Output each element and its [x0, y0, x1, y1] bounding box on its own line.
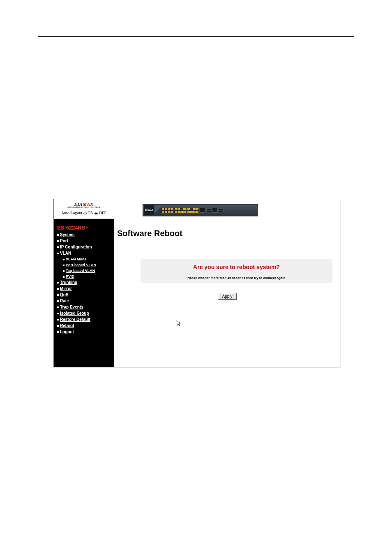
nav-system[interactable]: System	[57, 232, 114, 238]
nav-qos[interactable]: QoS	[57, 292, 114, 298]
sidebar-nav: System Port IP Configuration VLAN VLAN M…	[54, 232, 114, 335]
bullet-icon	[63, 276, 65, 278]
nav-ip-configuration[interactable]: IP Configuration	[57, 244, 114, 250]
auto-logout-radio-off[interactable]	[95, 212, 98, 215]
nav-trap-events[interactable]: Trap Events	[57, 304, 114, 310]
uplink-slot-4	[219, 209, 224, 212]
port-block-1	[161, 208, 173, 213]
apply-button-wrap: Apply	[114, 292, 341, 300]
switch-device-graphic: EDIMAX	[143, 204, 258, 216]
bullet-icon	[57, 331, 59, 333]
bullet-icon	[57, 307, 59, 308]
bullet-icon	[57, 288, 59, 290]
nav-isolated-group[interactable]: Isolated Group	[57, 310, 114, 316]
bullet-icon	[63, 270, 65, 272]
apply-button[interactable]: Apply	[218, 293, 236, 300]
switch-angle-decoration	[155, 205, 161, 215]
logo-subtitle: NETWORKING PEOPLE TOGETHER	[54, 206, 114, 208]
bullet-icon	[57, 325, 59, 327]
nav-rate[interactable]: Rate	[57, 298, 114, 304]
nav-vlan[interactable]: VLAN	[57, 250, 114, 256]
port-block-2	[174, 208, 186, 213]
bullet-icon	[57, 253, 59, 254]
uplink-slot-2	[206, 209, 211, 212]
nav-tag-based-vlan[interactable]: Tag-based VLAN	[63, 268, 114, 274]
nav-logout[interactable]: Logout	[57, 329, 114, 335]
uplink-slot-1	[200, 208, 205, 213]
nav-vlan-mode[interactable]: VLAN Mode	[63, 256, 114, 262]
sidebar-header: EDIMAX NETWORKING PEOPLE TOGETHER Auto L…	[54, 199, 114, 219]
router-admin-screenshot: EDIMAX NETWORKING PEOPLE TOGETHER Auto L…	[53, 199, 341, 367]
device-model: ES-5224RS+	[54, 219, 114, 232]
bullet-icon	[63, 265, 65, 266]
port-block-3	[187, 208, 199, 213]
main-content: EDIMAX Software Reboot	[114, 199, 341, 367]
nav-port-based-vlan[interactable]: Port-based VLAN	[63, 262, 114, 268]
page-title: Software Reboot	[117, 229, 341, 238]
uplink-slot-3	[212, 208, 218, 213]
bullet-icon	[57, 294, 59, 296]
nav-port[interactable]: Port	[57, 238, 114, 244]
switch-brand-label: EDIMAX	[144, 205, 154, 215]
nav-vlan-submenu: VLAN Mode Port-based VLAN Tag-based VLAN…	[57, 256, 114, 279]
reboot-confirm-subtitle: Please wait for more than 45 seconds the…	[144, 276, 329, 280]
brand-logo: EDIMAX NETWORKING PEOPLE TOGETHER	[54, 202, 114, 208]
nav-trunking[interactable]: Trunking	[57, 279, 114, 286]
bullet-icon	[63, 259, 65, 260]
nav-restore-default[interactable]: Restore Default	[57, 316, 114, 323]
auto-logout-radio-on[interactable]	[83, 212, 87, 215]
auto-logout-on-text: ON	[88, 211, 93, 215]
bullet-icon	[57, 246, 59, 248]
bullet-icon	[57, 313, 59, 314]
reboot-confirm-title: Are you sure to reboot system?	[144, 264, 329, 270]
mouse-cursor-icon	[176, 320, 182, 328]
auto-logout-control: Auto Logout ON OFF	[54, 211, 114, 215]
reboot-confirm-box: Are you sure to reboot system? Please wa…	[141, 259, 332, 283]
sidebar: EDIMAX NETWORKING PEOPLE TOGETHER Auto L…	[54, 199, 114, 367]
nav-mirror[interactable]: Mirror	[57, 286, 114, 292]
auto-logout-label: Auto Logout	[61, 211, 82, 215]
bullet-icon	[57, 300, 59, 302]
bullet-icon	[57, 282, 59, 283]
bullet-icon	[57, 234, 59, 236]
page-top-rule	[38, 36, 354, 37]
bullet-icon	[57, 240, 59, 242]
nav-pvid[interactable]: PVID	[63, 274, 114, 279]
bullet-icon	[57, 319, 59, 320]
auto-logout-off-text: OFF	[99, 211, 106, 215]
nav-reboot[interactable]: Reboot	[57, 323, 114, 329]
